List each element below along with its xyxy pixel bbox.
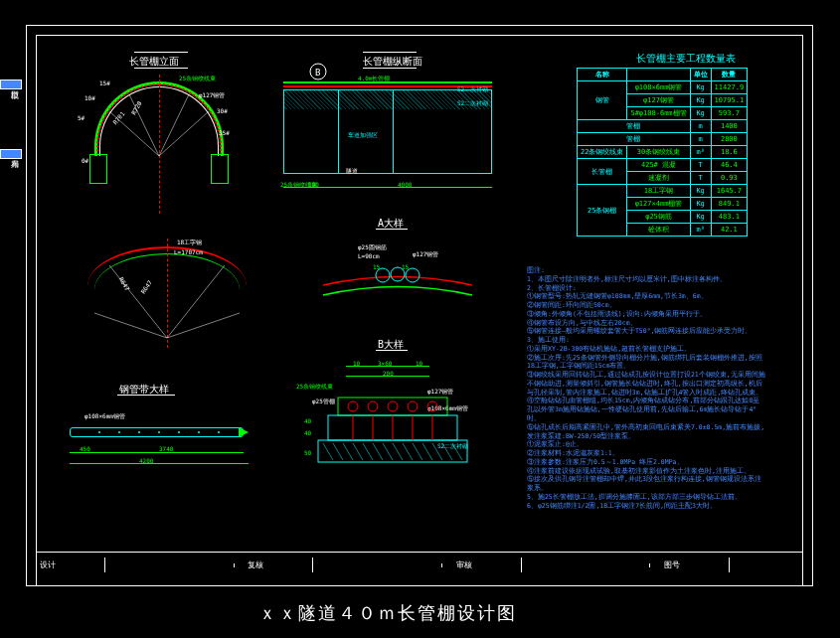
svg-line-8 (94, 313, 167, 338)
svg-point-23 (348, 401, 358, 411)
svg-line-35 (343, 443, 353, 460)
tb-dwg: 图号 (660, 558, 730, 572)
bdimtop2 (346, 376, 429, 377)
qty-title: 长管棚主要工程数量表 (636, 52, 736, 66)
n15: 15# (99, 80, 110, 86)
a15r: 15 (402, 263, 409, 270)
pipe-spec: φ108×6mm钢管 (84, 412, 125, 419)
front-title: 长管棚立面 (129, 55, 179, 69)
dimline (283, 187, 492, 188)
bv3: 50 (304, 449, 311, 456)
dimline2 (70, 452, 244, 453)
svg-line-43 (422, 443, 432, 460)
main-title: ｘｘ隧道４０ｍ长管棚设计图 (258, 601, 517, 625)
svg-line-38 (373, 443, 383, 460)
d127: φ127钢管 (199, 91, 225, 98)
bdimtop (346, 366, 429, 367)
tb-check: 复核 (244, 558, 313, 572)
s2b: S2二次衬砌 (457, 99, 488, 106)
svg-text:B: B (315, 68, 320, 78)
long-title: 长管棚纵断面 (363, 55, 422, 69)
svg-line-36 (353, 443, 363, 460)
pipe-tip (239, 427, 249, 437)
underline (363, 68, 417, 69)
detA-t2: L=90cm (358, 252, 380, 259)
detA-d: φ127钢管 (413, 250, 438, 257)
svg-line-45 (442, 443, 452, 460)
dimline3 (70, 463, 249, 464)
svg-line-2 (159, 94, 189, 156)
body: 车道加强区 (348, 131, 378, 138)
svg-point-15 (138, 431, 140, 433)
bv2: 40 (304, 429, 311, 436)
underline (134, 52, 188, 53)
titleblock: 设计 复核 审核 图号 (36, 552, 803, 586)
detA-svg (318, 260, 477, 305)
svg-rect-20 (338, 398, 447, 415)
underline (134, 68, 188, 69)
detA-t1: φ25圆钢筋 (358, 243, 387, 250)
svg-line-3 (159, 111, 209, 156)
svg-line-41 (403, 443, 413, 460)
tb-review: 审核 (452, 558, 522, 572)
vdiv1 (338, 89, 339, 174)
underline (117, 395, 175, 396)
svg-line-40 (393, 443, 403, 460)
svg-line-42 (413, 443, 422, 460)
notes-block: 图注: 1、本图尺寸除注明者外,标注尺寸均以厘米计,图中标注各构件。 2、长管棚… (527, 266, 765, 510)
s2a: S2二次衬砌 (457, 85, 488, 92)
svg-point-27 (427, 401, 437, 411)
svg-line-33 (323, 443, 333, 460)
svg-point-16 (158, 431, 160, 433)
svg-point-14 (118, 431, 120, 433)
detB-svg (318, 386, 497, 475)
bv1: 40 (304, 417, 311, 424)
n0: 0# (82, 157, 88, 164)
svg-line-44 (432, 443, 442, 460)
underline (363, 52, 417, 53)
n35: 35# (219, 129, 230, 136)
svg-point-24 (368, 401, 378, 411)
svg-point-17 (178, 431, 180, 433)
svg-line-46 (452, 443, 462, 460)
qty-table: 名称单位数量 钢管φ108×6mm钢管Kg11427.9 φ127钢管Kg107… (577, 68, 748, 237)
vdiv2 (393, 89, 394, 174)
underline (376, 229, 408, 230)
svg-line-7 (167, 265, 225, 338)
arc-t1: 18工字钢 (177, 239, 202, 245)
tunnel-lbl: 隧道 (346, 167, 358, 174)
arc-rays (94, 253, 240, 343)
d30: 30# (217, 107, 228, 114)
svg-line-34 (333, 443, 343, 460)
svg-line-39 (383, 443, 393, 460)
svg-point-19 (218, 431, 220, 433)
n5: 5# (78, 114, 84, 121)
len40: 4.0m长管棚 (358, 75, 390, 81)
svg-line-37 (363, 443, 373, 460)
svg-line-6 (109, 265, 167, 338)
tab-layout[interactable]: 布局 (0, 149, 22, 159)
pipe-holes (70, 427, 244, 437)
svg-line-9 (167, 313, 240, 338)
n10: 10# (84, 94, 95, 101)
svg-point-13 (98, 431, 100, 433)
tab-model[interactable]: 模型 (0, 80, 22, 89)
tb-design: 设计 (36, 558, 105, 572)
underline (376, 350, 408, 351)
pipe-note: 25条钢绞线束 (179, 75, 216, 81)
a15l: 15 (373, 263, 380, 270)
svg-point-26 (408, 401, 418, 411)
svg-point-25 (388, 401, 398, 411)
circle-b: B (308, 62, 336, 83)
svg-point-18 (198, 431, 200, 433)
